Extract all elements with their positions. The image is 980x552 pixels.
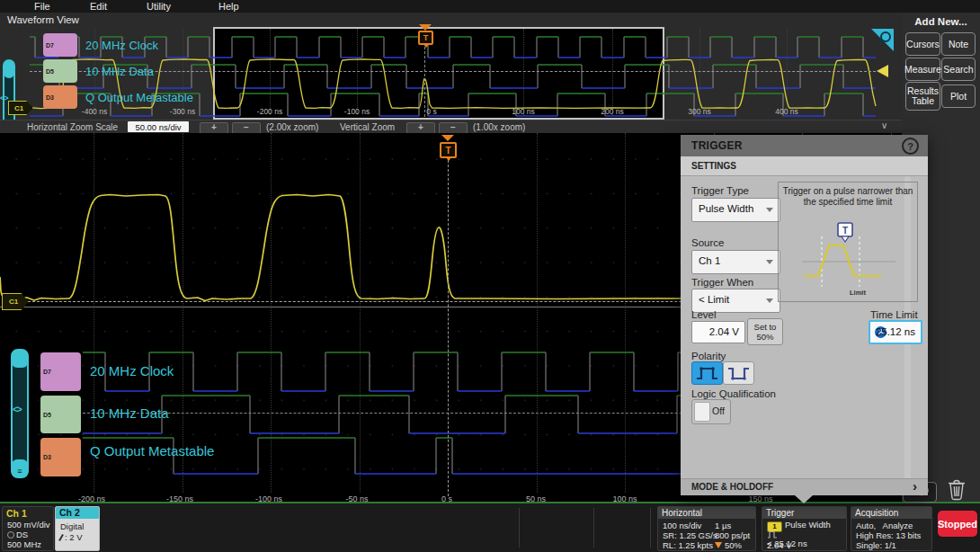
ch1-name: Ch 1 [6,508,27,519]
trigger-panel-header[interactable]: TRIGGER ? [681,135,928,156]
overview-axis-tick: -100 ns [344,107,370,116]
overview-axis-tick: -400 ns [82,107,107,116]
trigger-flag[interactable]: T [440,142,457,158]
probe-icon [7,531,14,539]
clock-label: 20 MHz Clock [90,363,174,378]
toggle-knob [694,402,710,422]
trigger-type-label: Trigger Type [691,185,749,196]
time-limit-label: Time Limit [870,309,918,320]
magnifier-icon [880,31,891,42]
collapse-overview-chevron[interactable]: ∨ [881,120,887,130]
zoom-scale-bar: Horizontal Zoom Scale 50.00 ns/div + − (… [0,120,902,134]
menu-file[interactable]: File [34,1,50,12]
horizontal-badge[interactable]: Horizontal 100 ns/div 1 µs SR: 1.25 GS/s… [657,506,756,551]
polarity-label: Polarity [691,351,726,361]
ch1-position-arrow[interactable] [877,65,888,77]
cursors-button[interactable]: Cursors [905,32,940,56]
mode-holdoff-bar[interactable]: MODE & HOLDOFF › [681,478,928,495]
stopped-button[interactable]: Stopped [938,511,977,537]
v-zoom-label: Vertical Zoom [340,122,395,132]
trigger-dashline-overview [424,47,425,117]
add-new-title: Add New... [902,16,980,27]
search-button[interactable]: Search [941,58,976,81]
data-label-overview: 10 MHz Data [85,65,154,78]
expand-collapse-icon[interactable]: <> [0,93,8,102]
note-button[interactable]: Note [941,32,976,56]
d5-badge[interactable]: D5 [40,396,81,433]
trigger-panel: TRIGGER ? SETTINGS Trigger Type Pulse Wi… [681,135,928,495]
v-zoom-factor: (1.00x zoom) [473,122,525,132]
polarity-negative-button[interactable] [723,361,754,385]
view-title: Waveform View [7,14,79,25]
oscilloscope-app: File Edit Utility Help Waveform View <> … [0,0,980,552]
bottom-bar: Ch 1 500 mV/div DS 500 MHz Ch 2 Digital … [0,503,980,552]
chevron-down-icon [766,208,773,212]
d7-badge[interactable]: D7 [40,352,81,391]
time-limit-input[interactable]: A 25.12 ns [869,320,922,344]
h-zoom-scale-input[interactable]: 50.00 ns/div [128,121,189,132]
help-icon[interactable]: ? [902,138,919,155]
trigger-badge[interactable]: Trigger 1Pulse Width < 25.12 ns 2.04 V [762,506,847,551]
d5-level-dashline [30,71,876,72]
trigger-type-dropdown[interactable]: Pulse Width [691,198,780,222]
hint-t-glyph: T [842,226,848,236]
expand-collapse-icon-main[interactable]: <> [13,405,22,414]
clock-label-overview: 20 MHz Clock [85,39,158,52]
chevron-right-icon: › [913,478,917,494]
chevron-down-icon [766,298,773,303]
h-zoom-plus-button[interactable]: + [200,122,228,134]
ch1-badge[interactable]: Ch 1 500 mV/div DS 500 MHz [2,506,54,551]
h-zoom-minus-button[interactable]: − [232,122,261,134]
d5-badge-overview[interactable]: D5 [43,59,77,83]
trigger-position-triangle-overview[interactable] [419,24,432,31]
overview-axis-tick: 100 ns [512,107,535,116]
level-label: Level [691,309,717,320]
metastable-label: Q Output Metastable [90,443,214,459]
source-dropdown[interactable]: Ch 1 [691,250,780,274]
logic-qualification-toggle[interactable]: Off [691,399,731,424]
hint-limit-label: Limit [850,289,866,297]
acquisition-badge[interactable]: Acquisition Auto, Analyze High Res: 13 b… [851,506,932,551]
panel-callout-arrow [795,495,813,503]
results-table-button[interactable]: Results Table [905,82,940,111]
trigger-dashline [448,160,449,496]
overview-axis-tick: -200 ns [257,107,282,116]
d3-badge-overview[interactable]: D3 [43,85,77,109]
trigger-when-label: Trigger When [691,277,753,288]
overview-axis-tick: -300 ns [170,107,195,116]
logic-qualification-label: Logic Qualification [691,388,776,399]
pulse-icon [767,530,778,539]
trigger-panel-title: TRIGGER [691,139,743,152]
menu-utility[interactable]: Utility [147,1,171,12]
data-label: 10 MHz Data [90,405,169,421]
waveform-view-container: Waveform View <> D7 D5 D3 20 MHz Clock 1… [0,13,902,120]
level-input[interactable]: 2.04 V [691,321,745,343]
ch2-header: Ch 2 [56,507,99,519]
h-zoom-factor: (2.00x zoom) [266,122,318,132]
menu-edit[interactable]: Edit [90,1,107,12]
trigger-hint-illustration: Trigger on a pulse narrower than the spe… [778,182,918,302]
ch2-badge[interactable]: Ch 2 Digital : 2 V [55,506,100,551]
measure-button[interactable]: Measure [905,58,940,81]
trigger-position-triangle[interactable] [441,135,454,141]
v-zoom-plus-button[interactable]: + [406,122,435,134]
menu-bar: File Edit Utility Help [0,0,980,13]
set-to-50-button[interactable]: Set to50% [747,318,783,345]
overview-axis-tick: 200 ns [601,107,624,116]
d7-badge-overview[interactable]: D7 [43,33,77,57]
overview-axis-tick: 0 s [426,107,436,116]
overview-axis-tick: 400 ns [775,107,798,116]
source-label: Source [691,237,724,248]
trash-button[interactable] [943,477,970,501]
h-zoom-scale-label: Horizontal Zoom Scale [27,122,118,132]
threshold-icon [58,534,64,541]
v-zoom-minus-button[interactable]: − [439,122,468,134]
overview-waveform-area[interactable]: <> D7 D5 D3 20 MHz Clock 10 MHz Data Q O… [0,27,902,120]
trigger-pos-icon [715,542,722,548]
settings-tab[interactable]: SETTINGS [681,156,928,176]
plot-button[interactable]: Plot [941,85,976,108]
menu-help[interactable]: Help [218,1,239,12]
d3-badge[interactable]: D3 [40,438,81,476]
trigger-flag-overview[interactable]: T [418,31,433,45]
polarity-positive-button[interactable] [691,361,723,385]
